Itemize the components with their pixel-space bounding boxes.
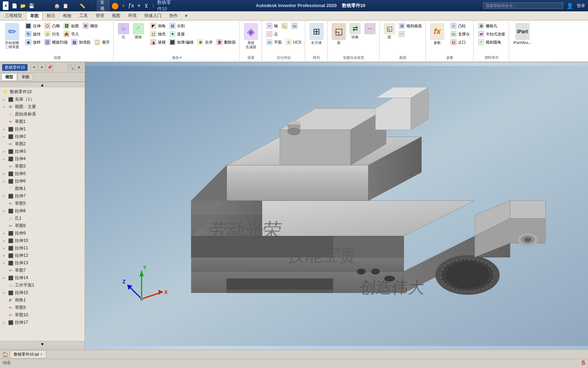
sidebar-add-btn[interactable]: + <box>30 64 38 71</box>
list-item[interactable]: + ⬛ 拉伸17 <box>0 319 85 326</box>
sidebar-menu-btn[interactable]: ≡ <box>75 64 82 71</box>
tab-collaborate[interactable]: 协作 <box>166 12 181 20</box>
btn-support[interactable]: ▭ 支撑台 <box>449 30 471 38</box>
btn-thread[interactable]: ⚙ 螺纹 <box>81 22 99 30</box>
sidebar-tab-sketch[interactable]: 草图 <box>18 73 33 81</box>
list-item[interactable]: + ⬛ 拉伸15 <box>0 289 85 296</box>
expand-icon[interactable]: + <box>3 105 6 109</box>
list-item[interactable]: + ⬛ 拉伸14 <box>0 274 85 282</box>
list-item[interactable]: + ⬛ 拉伸1 <box>0 125 85 133</box>
btn-start-sketch[interactable]: ✏ 开始创建二维草图 <box>4 22 21 50</box>
list-item[interactable]: + ✏ 草图9 <box>0 304 85 311</box>
list-item[interactable]: + ▭ 工作平面1 <box>0 282 85 289</box>
list-item[interactable]: + ⬛ 拉伸10 <box>0 237 85 244</box>
list-item[interactable]: + ⬛ 拉伸2 <box>0 133 85 140</box>
sidebar-tab-model[interactable]: 模型 <box>1 73 17 81</box>
expand-icon[interactable]: + <box>3 247 6 250</box>
btn-point[interactable]: · 点 <box>265 30 279 38</box>
btn-ipart[interactable]: iPart iPart/iAss... <box>512 22 533 46</box>
list-item[interactable]: + ⬛ 实体（1） <box>0 96 85 103</box>
btn-coil[interactable]: 🌀 螺旋扫描 <box>43 38 69 46</box>
list-item[interactable]: + ⬛ 拉伸8 <box>0 207 85 215</box>
btn-fillet[interactable]: ◜ 圆角 <box>131 22 145 40</box>
normal-dropdown[interactable]: 常规 <box>97 0 109 13</box>
tab-sketch[interactable]: 草图 <box>26 12 42 20</box>
expand-icon[interactable]: + <box>3 135 6 138</box>
btn-loft[interactable]: ◈ 放样 <box>24 38 42 46</box>
list-item[interactable]: + ⬛ 拉伸13 <box>0 259 85 267</box>
list-item[interactable]: + ✏ 草图2 <box>0 140 85 148</box>
add-icon[interactable]: + <box>136 2 142 10</box>
btn-extrude[interactable]: ⬛ 拉伸 <box>24 22 42 30</box>
home-icon[interactable]: 🏠 <box>1 351 8 358</box>
tab-inspect[interactable]: 检验 <box>59 12 75 20</box>
expand-icon[interactable]: + <box>3 261 6 265</box>
list-item[interactable]: + ⬛ 拉伸9 <box>0 230 85 237</box>
btn-more-freeform[interactable]: ⋯ <box>363 22 377 36</box>
sidebar-tree[interactable]: 📁 数铣零件10 + ⬛ 实体（1） + 👁 视图：主要 + ⊹ 原始坐标系 + <box>0 87 85 341</box>
sidebar-search-btn[interactable]: 🔍 <box>68 64 75 71</box>
btn-split[interactable]: ⊟ 分割 <box>168 22 186 30</box>
tree-root[interactable]: 📁 数铣零件10 <box>0 88 85 96</box>
btn-surface[interactable]: ▭ <box>290 22 299 30</box>
tab-close[interactable]: × <box>40 352 42 356</box>
login-button[interactable]: 登录 <box>577 3 585 9</box>
expand-icon[interactable]: + <box>3 128 6 131</box>
expand-icon[interactable]: + <box>3 239 6 243</box>
btn-revolve[interactable]: ↻ 旋转 <box>24 30 42 38</box>
btn-import[interactable]: 📥 导入 <box>62 30 80 38</box>
list-item[interactable]: + ◜ 圆角1 <box>0 185 85 192</box>
list-item[interactable]: + ⬛ 拉伸11 <box>0 244 85 252</box>
app-icon-round[interactable]: ⬤ <box>112 2 119 10</box>
btn-stop[interactable]: ⊔ 止口 <box>449 38 471 46</box>
list-item[interactable]: + ✏ 草图10 <box>0 311 85 319</box>
btn-snap-fit[interactable]: ⇌ 卡扣式连接 <box>476 30 507 38</box>
tab-3d-model[interactable]: 三维模型 <box>1 12 25 20</box>
btn-shell[interactable]: ◻ 抽壳 <box>149 30 167 38</box>
sidebar-scroll-down[interactable]: ▼ <box>0 341 85 347</box>
btn-ucs[interactable]: ⊹ UCS <box>284 38 303 46</box>
qa-save[interactable]: 💾 <box>28 2 35 10</box>
list-item[interactable]: + ✏ 草图7 <box>0 267 85 274</box>
btn-hole[interactable]: ○ 孔 <box>116 22 131 40</box>
document-tab[interactable]: 数铣零件10.ipt × <box>10 350 46 358</box>
expand-icon[interactable]: + <box>3 254 6 257</box>
qa-cut[interactable]: ✂ <box>70 2 78 10</box>
btn-shape-generator[interactable]: ◈ 形状生成器 <box>242 22 259 50</box>
qa-close[interactable]: ✖ <box>87 2 95 10</box>
list-item[interactable]: + ⬛ 拉伸4 <box>0 155 85 163</box>
list-item[interactable]: + ⬛ 拉伸5 <box>0 170 85 177</box>
btn-chamfer[interactable]: ◤ 倒角 <box>149 22 167 30</box>
more-options[interactable]: ⊻ <box>144 2 149 10</box>
btn-grid-hole[interactable]: ⊞ 栅格孔 <box>476 22 507 30</box>
list-item[interactable]: + ⬛ 拉伸6 <box>0 177 85 185</box>
sidebar-close-btn[interactable]: × <box>38 64 45 71</box>
qa-open[interactable]: 📂 <box>19 2 27 10</box>
tab-tools[interactable]: 工具 <box>76 12 91 20</box>
list-item[interactable]: + ⬛ 拉伸12 <box>0 252 85 259</box>
function-icon[interactable]: ƒx <box>128 2 134 10</box>
expand-icon[interactable]: + <box>3 291 6 295</box>
tab-environment[interactable]: 环境 <box>125 12 140 20</box>
tab-view[interactable]: 视图 <box>108 12 124 20</box>
btn-ruled-surface[interactable]: ⊟ 规则曲面 <box>397 22 423 30</box>
btn-derive[interactable]: ◇ 衍生 <box>43 30 61 38</box>
sidebar-pin-btn[interactable]: 📌 <box>46 64 53 71</box>
list-item[interactable]: + ⬛ 拉伸7 <box>0 192 85 200</box>
expand-icon[interactable]: + <box>3 209 6 213</box>
viewport-3d[interactable]: 劳动光荣 技能宝贵 创造伟大 <box>85 62 588 350</box>
btn-params[interactable]: fx 参数 <box>429 22 446 46</box>
qa-new[interactable]: 📄 <box>11 2 18 10</box>
search-input[interactable] <box>483 2 563 9</box>
btn-draft[interactable]: ◮ 拔模 <box>149 38 167 46</box>
btn-rule-fillet[interactable]: ◜ 规则圆角 <box>476 38 507 46</box>
btn-rib[interactable]: ▨ 加强筋 <box>70 38 92 46</box>
btn-plane[interactable]: ▭ 平面 <box>265 38 283 46</box>
expand-icon[interactable]: + <box>3 150 6 153</box>
list-item[interactable]: + ✏ 草图1 <box>0 118 85 125</box>
expand-icon[interactable]: + <box>3 321 6 324</box>
list-item[interactable]: + ◤ 倒角1 <box>0 296 85 304</box>
user-icon[interactable]: 👤 <box>566 2 574 10</box>
expand-icon[interactable]: + <box>3 98 6 101</box>
expand-icon[interactable]: + <box>3 180 6 183</box>
